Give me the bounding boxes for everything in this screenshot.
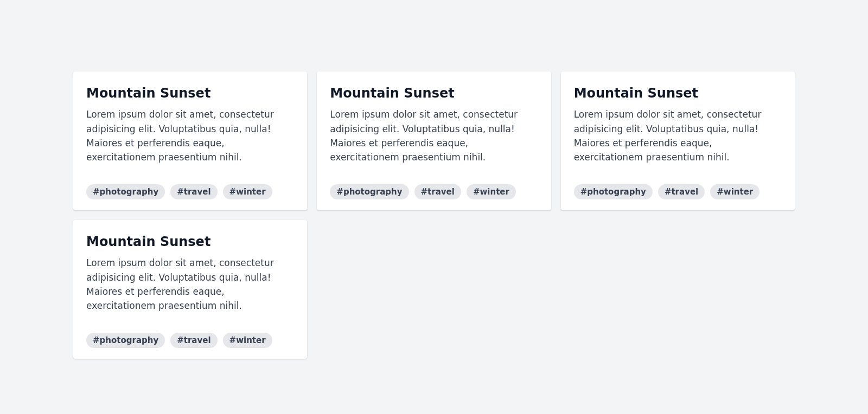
tag-winter[interactable]: #winter bbox=[223, 184, 272, 199]
cards-grid: Mountain Sunset Lorem ipsum dolor sit am… bbox=[0, 0, 868, 359]
card-title: Mountain Sunset bbox=[330, 85, 538, 102]
card: Mountain Sunset Lorem ipsum dolor sit am… bbox=[561, 72, 795, 210]
tag-winter[interactable]: #winter bbox=[710, 184, 760, 199]
card-title: Mountain Sunset bbox=[86, 233, 294, 250]
tags-container: #photography #travel #winter bbox=[330, 184, 538, 199]
tag-travel[interactable]: #travel bbox=[170, 184, 217, 199]
tag-photography[interactable]: #photography bbox=[86, 333, 165, 348]
card-description: Lorem ipsum dolor sit amet, consectetur … bbox=[330, 107, 538, 164]
tag-photography[interactable]: #photography bbox=[330, 184, 409, 199]
tag-travel[interactable]: #travel bbox=[414, 184, 461, 199]
tag-travel[interactable]: #travel bbox=[658, 184, 705, 199]
tag-winter[interactable]: #winter bbox=[467, 184, 516, 199]
tags-container: #photography #travel #winter bbox=[86, 333, 294, 348]
tag-photography[interactable]: #photography bbox=[574, 184, 653, 199]
tag-photography[interactable]: #photography bbox=[86, 184, 165, 199]
tag-travel[interactable]: #travel bbox=[170, 333, 217, 348]
card: Mountain Sunset Lorem ipsum dolor sit am… bbox=[317, 72, 551, 210]
tags-container: #photography #travel #winter bbox=[86, 184, 294, 199]
card-description: Lorem ipsum dolor sit amet, consectetur … bbox=[86, 107, 294, 164]
card-title: Mountain Sunset bbox=[86, 85, 294, 102]
card-description: Lorem ipsum dolor sit amet, consectetur … bbox=[86, 256, 294, 313]
card: Mountain Sunset Lorem ipsum dolor sit am… bbox=[73, 72, 307, 210]
card: Mountain Sunset Lorem ipsum dolor sit am… bbox=[73, 220, 307, 359]
card-title: Mountain Sunset bbox=[574, 85, 782, 102]
card-description: Lorem ipsum dolor sit amet, consectetur … bbox=[574, 107, 782, 164]
tag-winter[interactable]: #winter bbox=[223, 333, 272, 348]
tags-container: #photography #travel #winter bbox=[574, 184, 782, 199]
